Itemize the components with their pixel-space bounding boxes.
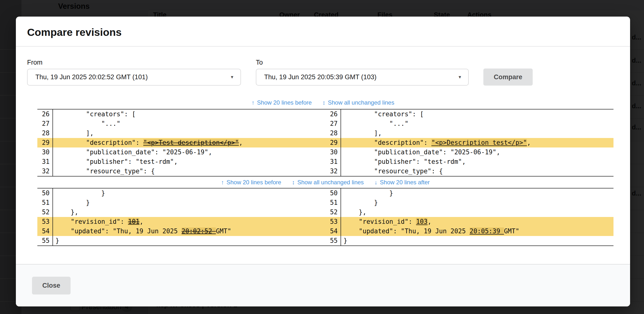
line-number: 27 <box>37 119 52 129</box>
code-segment: , <box>527 139 531 146</box>
code-line-right: "revision_id": 103, <box>340 217 614 226</box>
line-number: 28 <box>326 129 340 138</box>
code-segment: } <box>56 199 90 206</box>
diff-view: 26 "creators": [ 26 "creators": [ 27 "..… <box>37 109 614 246</box>
line-number: 31 <box>326 157 340 166</box>
code-segment: } <box>344 199 378 206</box>
code-segment: "resource_type": { <box>56 167 155 175</box>
to-select[interactable]: Thu, 19 Jun 2025 20:05:39 GMT (103) ▼ <box>256 69 469 86</box>
code-segment: "updated": "Thu, 19 Jun 2025 <box>344 227 470 235</box>
code-line-left: "publication_date": "2025-06-19", <box>52 148 326 157</box>
arrow-down-icon: ↓ <box>374 179 378 186</box>
code-line-right: "publication_date": "2025-06-19", <box>340 148 614 157</box>
code-segment: } <box>344 237 348 244</box>
line-number: 28 <box>37 129 52 138</box>
line-number: 31 <box>37 157 52 166</box>
arrow-up-icon: ↑ <box>221 179 224 186</box>
revision-controls: From Thu, 19 Jun 2025 20:02:52 GMT (101)… <box>27 59 619 86</box>
from-selected-value: Thu, 19 Jun 2025 20:02:52 GMT (101) <box>36 73 148 81</box>
from-select[interactable]: Thu, 19 Jun 2025 20:02:52 GMT (101) ▼ <box>27 69 241 86</box>
diff-block-2: 50 } 50 } 51 } 51 } 52 }, 52 }, <box>37 188 614 246</box>
code-segment: "..." <box>344 120 408 127</box>
code-segment: } <box>56 237 59 244</box>
code-segment: , <box>140 218 143 225</box>
diff-block-1: 26 "creators": [ 26 "creators": [ 27 "..… <box>37 109 614 176</box>
code-segment: "description": <box>344 139 431 146</box>
code-line-right: "..." <box>340 119 614 129</box>
caret-down-icon: ▼ <box>458 75 462 80</box>
code-line-left: } <box>52 188 326 198</box>
code-line-right: } <box>340 188 614 198</box>
show-lines-before-link[interactable]: ↑ Show 20 lines before <box>252 99 312 106</box>
code-segment: } <box>56 189 105 197</box>
caret-down-icon: ▼ <box>230 75 234 80</box>
code-line-left: }, <box>52 207 326 217</box>
code-line-left: "publisher": "test-rdm", <box>52 157 326 166</box>
code-line-left: "revision_id": 101, <box>52 217 326 226</box>
diff-links-top: ↑ Show 20 lines before ↕ Show all unchan… <box>16 99 630 107</box>
diff-row: 31 "publisher": "test-rdm", 31 "publishe… <box>37 157 614 166</box>
modal-footer: Close <box>16 264 630 307</box>
show-all-unchanged-link[interactable]: ↕ Show all unchanged lines <box>322 99 394 106</box>
code-segment: ], <box>344 130 382 137</box>
inserted-segment: 103 <box>416 218 428 225</box>
to-selected-value: Thu, 19 Jun 2025 20:05:39 GMT (103) <box>264 73 376 81</box>
line-number: 53 <box>37 217 52 226</box>
code-segment: "description": <box>56 139 143 146</box>
diff-row-changed: 29 "description": "<p>Test description</… <box>37 138 614 148</box>
arrows-up-down-icon: ↕ <box>292 179 295 186</box>
code-line-right: "resource_type": { <box>340 166 614 176</box>
code-segment: "updated": "Thu, 19 Jun 2025 <box>56 227 182 235</box>
diff-row: 50 } 50 } <box>37 188 614 198</box>
code-line-right: ], <box>340 129 614 138</box>
code-line-right: "description": "<p>Description test</p>"… <box>340 138 614 148</box>
code-segment: "..." <box>56 120 120 127</box>
line-number: 54 <box>37 226 52 236</box>
deleted-segment: 20:02:52 <box>182 227 216 235</box>
line-number: 50 <box>326 188 340 198</box>
diff-links-middle: ↑ Show 20 lines before ↕ Show all unchan… <box>37 176 614 188</box>
compare-button[interactable]: Compare <box>483 68 533 86</box>
line-number: 54 <box>326 226 340 236</box>
show-all-unchanged-label: Show all unchanged lines <box>297 179 364 186</box>
code-line-left: "creators": [ <box>52 110 326 119</box>
code-line-right: "updated": "Thu, 19 Jun 2025 20:05:39 GM… <box>340 226 614 236</box>
line-number: 53 <box>326 217 340 226</box>
line-number: 26 <box>326 110 340 119</box>
close-button[interactable]: Close <box>32 277 70 295</box>
deleted-segment: 101 <box>128 218 140 225</box>
show-lines-before-label: Show 20 lines before <box>226 179 281 186</box>
modal-header: Compare revisions <box>16 16 630 47</box>
code-line-left: "..." <box>52 119 326 129</box>
code-line-left: } <box>52 236 326 246</box>
diff-row: 26 "creators": [ 26 "creators": [ <box>37 110 614 119</box>
code-segment: GMT" <box>216 227 231 235</box>
code-segment: "publisher": "test-rdm", <box>56 158 178 165</box>
line-number: 52 <box>326 207 340 217</box>
diff-row: 27 "..." 27 "..." <box>37 119 614 129</box>
diff-row: 28 ], 28 ], <box>37 129 614 138</box>
show-lines-after-link[interactable]: ↓ Show 20 lines after <box>374 179 430 186</box>
line-number: 27 <box>326 119 340 129</box>
code-segment: ], <box>56 130 94 137</box>
line-number: 55 <box>37 236 52 246</box>
code-line-left: "description": "<p>Test description</p>"… <box>52 138 326 148</box>
code-line-right: } <box>340 236 614 246</box>
diff-row: 55 } 55 } <box>37 236 614 246</box>
code-segment: "creators": [ <box>56 110 136 118</box>
diff-row: 32 "resource_type": { 32 "resource_type"… <box>37 166 614 176</box>
line-number: 26 <box>37 110 52 119</box>
show-lines-before-link[interactable]: ↑ Show 20 lines before <box>221 179 281 186</box>
modal-title: Compare revisions <box>27 26 619 38</box>
show-all-unchanged-link[interactable]: ↕ Show all unchanged lines <box>292 179 364 186</box>
line-number: 50 <box>37 188 52 198</box>
code-segment: GMT" <box>504 227 519 235</box>
diff-row-changed: 54 "updated": "Thu, 19 Jun 2025 20:02:52… <box>37 226 614 236</box>
code-line-left: } <box>52 198 326 207</box>
line-number: 29 <box>326 138 340 148</box>
line-number: 32 <box>37 166 52 176</box>
line-number: 30 <box>37 148 52 157</box>
inserted-segment: "<p>Description test</p>" <box>431 139 527 146</box>
deleted-segment: "<p>Test description</p>" <box>143 139 239 146</box>
code-line-right: "publisher": "test-rdm", <box>340 157 614 166</box>
